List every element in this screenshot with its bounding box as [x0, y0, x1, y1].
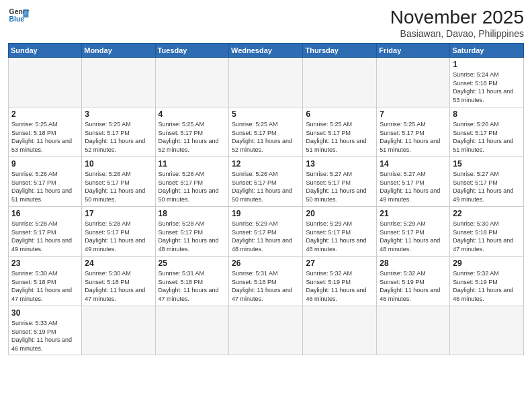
- page: General Blue November 2025 Basiawan, Dav…: [0, 0, 532, 411]
- table-row: 15Sunrise: 5:27 AMSunset: 5:17 PMDayligh…: [450, 157, 524, 207]
- calendar-header-row: Sunday Monday Tuesday Wednesday Thursday…: [9, 44, 524, 58]
- day-info: Sunrise: 5:25 AMSunset: 5:17 PMDaylight:…: [306, 120, 373, 154]
- col-friday: Friday: [377, 44, 450, 58]
- day-info: Sunrise: 5:30 AMSunset: 5:18 PMDaylight:…: [85, 269, 152, 303]
- day-number: 10: [85, 159, 152, 169]
- table-row: [229, 306, 303, 355]
- table-row: 30Sunrise: 5:33 AMSunset: 5:19 PMDayligh…: [9, 306, 82, 355]
- table-row: 18Sunrise: 5:28 AMSunset: 5:17 PMDayligh…: [155, 207, 228, 257]
- table-row: [303, 306, 377, 355]
- day-number: 26: [232, 259, 300, 268]
- day-info: Sunrise: 5:24 AMSunset: 5:18 PMDaylight:…: [453, 71, 521, 104]
- table-row: [9, 58, 82, 107]
- table-row: 29Sunrise: 5:32 AMSunset: 5:19 PMDayligh…: [450, 257, 524, 306]
- day-number: 21: [380, 209, 447, 218]
- table-row: 9Sunrise: 5:26 AMSunset: 5:17 PMDaylight…: [9, 157, 82, 207]
- table-row: [229, 58, 303, 107]
- day-number: 14: [380, 159, 447, 169]
- day-info: Sunrise: 5:32 AMSunset: 5:19 PMDaylight:…: [453, 269, 521, 303]
- day-info: Sunrise: 5:28 AMSunset: 5:17 PMDaylight:…: [85, 220, 152, 253]
- day-number: 13: [306, 159, 373, 169]
- table-row: 16Sunrise: 5:28 AMSunset: 5:17 PMDayligh…: [9, 207, 82, 257]
- day-info: Sunrise: 5:32 AMSunset: 5:19 PMDaylight:…: [380, 269, 447, 303]
- day-info: Sunrise: 5:30 AMSunset: 5:18 PMDaylight:…: [11, 269, 79, 303]
- day-info: Sunrise: 5:25 AMSunset: 5:18 PMDaylight:…: [11, 120, 79, 154]
- day-info: Sunrise: 5:33 AMSunset: 5:19 PMDaylight:…: [11, 319, 79, 353]
- table-row: 8Sunrise: 5:26 AMSunset: 5:17 PMDaylight…: [450, 107, 524, 157]
- table-row: 26Sunrise: 5:31 AMSunset: 5:18 PMDayligh…: [229, 257, 303, 306]
- day-info: Sunrise: 5:25 AMSunset: 5:17 PMDaylight:…: [85, 120, 152, 154]
- col-saturday: Saturday: [450, 44, 524, 58]
- table-row: [450, 306, 524, 355]
- table-row: [82, 58, 155, 107]
- svg-marker-3: [24, 11, 28, 15]
- day-info: Sunrise: 5:27 AMSunset: 5:17 PMDaylight:…: [306, 170, 373, 203]
- day-number: 5: [232, 109, 300, 119]
- day-info: Sunrise: 5:25 AMSunset: 5:17 PMDaylight:…: [159, 120, 226, 154]
- day-info: Sunrise: 5:26 AMSunset: 5:17 PMDaylight:…: [159, 170, 226, 203]
- table-row: 27Sunrise: 5:32 AMSunset: 5:19 PMDayligh…: [303, 257, 377, 306]
- table-row: [155, 306, 228, 355]
- table-row: 22Sunrise: 5:30 AMSunset: 5:18 PMDayligh…: [450, 207, 524, 257]
- logo-icon: General Blue: [8, 7, 30, 26]
- table-row: [155, 58, 228, 107]
- calendar: Sunday Monday Tuesday Wednesday Thursday…: [8, 43, 524, 355]
- svg-text:Blue: Blue: [9, 15, 25, 23]
- logo: General Blue: [8, 7, 30, 26]
- day-number: 17: [85, 209, 152, 218]
- col-monday: Monday: [82, 44, 155, 58]
- table-row: 21Sunrise: 5:29 AMSunset: 5:17 PMDayligh…: [377, 207, 450, 257]
- day-number: 12: [232, 159, 300, 169]
- day-info: Sunrise: 5:25 AMSunset: 5:17 PMDaylight:…: [380, 120, 447, 154]
- table-row: [82, 306, 155, 355]
- day-number: 3: [85, 109, 152, 119]
- day-number: 6: [306, 109, 373, 119]
- table-row: 14Sunrise: 5:27 AMSunset: 5:17 PMDayligh…: [377, 157, 450, 207]
- day-number: 30: [11, 308, 79, 318]
- table-row: 12Sunrise: 5:26 AMSunset: 5:17 PMDayligh…: [229, 157, 303, 207]
- day-number: 28: [380, 259, 447, 268]
- day-number: 24: [85, 259, 152, 268]
- day-number: 18: [159, 209, 226, 218]
- day-number: 27: [306, 259, 373, 268]
- table-row: 4Sunrise: 5:25 AMSunset: 5:17 PMDaylight…: [155, 107, 228, 157]
- table-row: 5Sunrise: 5:25 AMSunset: 5:17 PMDaylight…: [229, 107, 303, 157]
- day-info: Sunrise: 5:26 AMSunset: 5:17 PMDaylight:…: [11, 170, 79, 203]
- table-row: [303, 58, 377, 107]
- day-info: Sunrise: 5:31 AMSunset: 5:18 PMDaylight:…: [159, 269, 226, 303]
- day-number: 7: [380, 109, 447, 119]
- day-info: Sunrise: 5:32 AMSunset: 5:19 PMDaylight:…: [306, 269, 373, 303]
- table-row: 24Sunrise: 5:30 AMSunset: 5:18 PMDayligh…: [82, 257, 155, 306]
- col-tuesday: Tuesday: [155, 44, 228, 58]
- day-info: Sunrise: 5:31 AMSunset: 5:18 PMDaylight:…: [232, 269, 300, 303]
- day-number: 15: [453, 159, 521, 169]
- day-number: 16: [11, 209, 79, 218]
- table-row: 25Sunrise: 5:31 AMSunset: 5:18 PMDayligh…: [155, 257, 228, 306]
- day-info: Sunrise: 5:30 AMSunset: 5:18 PMDaylight:…: [453, 220, 521, 253]
- col-wednesday: Wednesday: [229, 44, 303, 58]
- day-info: Sunrise: 5:27 AMSunset: 5:17 PMDaylight:…: [453, 170, 521, 203]
- day-info: Sunrise: 5:28 AMSunset: 5:17 PMDaylight:…: [11, 220, 79, 253]
- table-row: [377, 58, 450, 107]
- day-number: 8: [453, 109, 521, 119]
- day-number: 23: [11, 259, 79, 268]
- col-thursday: Thursday: [303, 44, 377, 58]
- subtitle: Basiawan, Davao, Philippines: [390, 28, 524, 39]
- table-row: 2Sunrise: 5:25 AMSunset: 5:18 PMDaylight…: [9, 107, 82, 157]
- day-number: 2: [11, 109, 79, 119]
- day-info: Sunrise: 5:29 AMSunset: 5:17 PMDaylight:…: [380, 220, 447, 253]
- col-sunday: Sunday: [9, 44, 82, 58]
- table-row: 17Sunrise: 5:28 AMSunset: 5:17 PMDayligh…: [82, 207, 155, 257]
- table-row: 7Sunrise: 5:25 AMSunset: 5:17 PMDaylight…: [377, 107, 450, 157]
- day-number: 29: [453, 259, 521, 268]
- title-area: November 2025 Basiawan, Davao, Philippin…: [390, 7, 524, 39]
- day-info: Sunrise: 5:29 AMSunset: 5:17 PMDaylight:…: [306, 220, 373, 253]
- table-row: 10Sunrise: 5:26 AMSunset: 5:17 PMDayligh…: [82, 157, 155, 207]
- day-number: 25: [159, 259, 226, 268]
- day-info: Sunrise: 5:25 AMSunset: 5:17 PMDaylight:…: [232, 120, 300, 154]
- day-number: 19: [232, 209, 300, 218]
- header: General Blue November 2025 Basiawan, Dav…: [8, 7, 524, 39]
- table-row: [377, 306, 450, 355]
- day-info: Sunrise: 5:28 AMSunset: 5:17 PMDaylight:…: [159, 220, 226, 253]
- table-row: 11Sunrise: 5:26 AMSunset: 5:17 PMDayligh…: [155, 157, 228, 207]
